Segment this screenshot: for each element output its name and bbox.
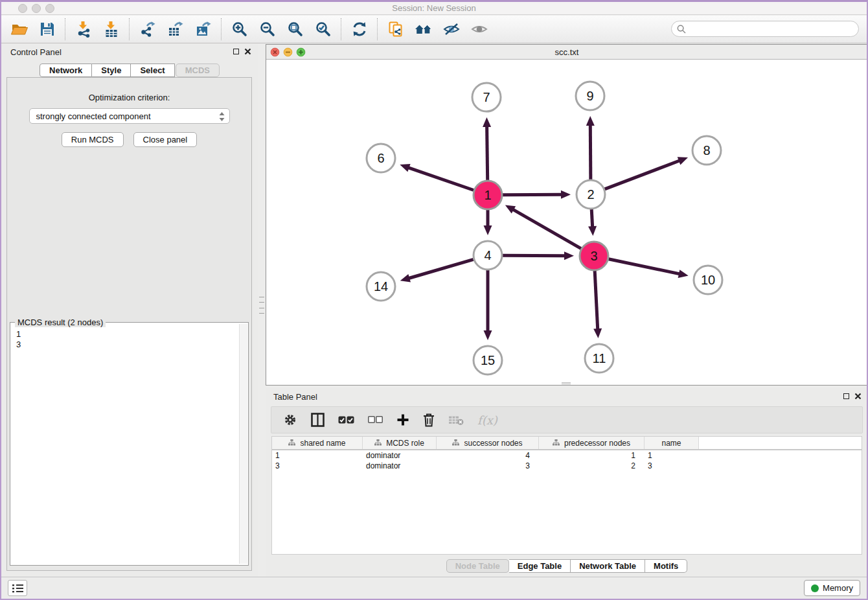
edge-2-3[interactable] bbox=[591, 209, 593, 228]
zoom-out-button[interactable] bbox=[253, 17, 281, 41]
column-header-mcds-role[interactable]: MCDS role bbox=[363, 437, 437, 449]
cell-name[interactable]: 1 bbox=[645, 450, 699, 461]
column-header-successor-nodes[interactable]: successor nodes bbox=[437, 437, 539, 449]
float-panel-icon[interactable] bbox=[233, 49, 239, 54]
column-label: MCDS role bbox=[386, 439, 424, 448]
zoom-selected-button[interactable] bbox=[309, 17, 337, 41]
maximize-window-button[interactable] bbox=[45, 4, 54, 13]
tab-node-table[interactable]: Node Table bbox=[446, 559, 509, 573]
close-panel-icon[interactable] bbox=[244, 48, 251, 55]
table-panel-tabs: Node TableEdge TableNetwork TableMotifs bbox=[266, 559, 868, 573]
edge-arrowhead bbox=[588, 226, 597, 236]
settings-gear-icon bbox=[283, 413, 297, 427]
cell-successor-nodes[interactable]: 3 bbox=[437, 461, 539, 471]
edge-2-8[interactable] bbox=[605, 160, 681, 189]
zoom-selected-icon bbox=[315, 21, 332, 38]
edge-arrowhead bbox=[586, 116, 595, 126]
zoom-fit-icon bbox=[287, 21, 304, 38]
result-line: 1 bbox=[16, 329, 238, 340]
function-builder-button[interactable]: f(x) bbox=[477, 413, 497, 427]
tab-motifs[interactable]: Motifs bbox=[645, 559, 687, 573]
edge-4-3[interactable] bbox=[503, 255, 566, 256]
network-canvas[interactable]: 7968124314101511 bbox=[266, 60, 867, 385]
export-table-button[interactable] bbox=[161, 17, 189, 41]
settings-gear-button[interactable] bbox=[283, 413, 297, 427]
tab-style[interactable]: Style bbox=[92, 63, 131, 77]
cell-predecessor-nodes[interactable]: 2 bbox=[539, 461, 645, 471]
import-table-button[interactable] bbox=[97, 17, 125, 41]
export-image-button[interactable] bbox=[189, 17, 217, 41]
search-icon bbox=[677, 25, 686, 34]
edge-3-10[interactable] bbox=[609, 259, 681, 274]
toolbar-separator bbox=[377, 18, 378, 40]
optimization-criterion-select[interactable]: strongly connected component bbox=[29, 108, 230, 124]
tab-edge-table[interactable]: Edge Table bbox=[509, 559, 571, 573]
tab-select[interactable]: Select bbox=[131, 63, 174, 77]
task-history-button[interactable] bbox=[8, 580, 27, 596]
delete-table-button[interactable] bbox=[448, 415, 464, 426]
cell-shared-name[interactable]: 1 bbox=[272, 450, 363, 461]
export-network-button[interactable] bbox=[133, 17, 161, 41]
close-table-panel-icon[interactable] bbox=[854, 393, 862, 400]
copy-network-button[interactable] bbox=[382, 17, 409, 41]
zoom-in-button[interactable] bbox=[225, 17, 253, 41]
import-network-button[interactable] bbox=[69, 17, 97, 41]
column-header-shared-name[interactable]: shared name bbox=[272, 437, 363, 449]
close-panel-button[interactable]: Close panel bbox=[133, 132, 198, 147]
edge-2-9[interactable] bbox=[590, 124, 591, 179]
panel-splitter[interactable] bbox=[259, 297, 264, 314]
column-header-name[interactable]: name bbox=[645, 437, 699, 449]
save-session-button[interactable] bbox=[33, 17, 61, 41]
delete-column-button[interactable] bbox=[423, 413, 435, 427]
home-views-button[interactable] bbox=[409, 17, 437, 41]
show-graphics-details-button[interactable] bbox=[465, 17, 493, 41]
tab-network-table[interactable]: Network Table bbox=[571, 559, 645, 573]
cell-name[interactable]: 3 bbox=[645, 461, 699, 471]
table-row[interactable]: 3dominator323 bbox=[272, 461, 862, 471]
cell-successor-nodes[interactable]: 4 bbox=[437, 450, 539, 461]
edge-3-1[interactable] bbox=[512, 209, 581, 248]
save-session-icon bbox=[39, 21, 56, 38]
search-box[interactable] bbox=[671, 21, 859, 37]
zoom-fit-button[interactable] bbox=[281, 17, 309, 41]
open-file-button[interactable] bbox=[5, 17, 33, 41]
cell-mcds-role[interactable]: dominator bbox=[363, 461, 437, 471]
node-label-14: 14 bbox=[374, 279, 388, 294]
export-network-icon bbox=[139, 21, 156, 38]
add-column-button[interactable] bbox=[396, 413, 409, 426]
cell-shared-name[interactable]: 3 bbox=[272, 461, 363, 471]
cell-mcds-role[interactable]: dominator bbox=[363, 450, 437, 461]
hide-graphics-details-button[interactable] bbox=[437, 17, 465, 41]
tab-network[interactable]: Network bbox=[40, 63, 92, 77]
column-display-button[interactable] bbox=[311, 413, 325, 427]
edge-1-2[interactable] bbox=[503, 194, 563, 195]
edge-1-6[interactable] bbox=[407, 167, 474, 190]
mcds-result-text[interactable]: 13 bbox=[12, 324, 238, 564]
result-scrollbar[interactable] bbox=[239, 324, 247, 564]
network-resize-grip[interactable] bbox=[562, 382, 571, 384]
tab-mcds[interactable]: MCDS bbox=[176, 63, 220, 77]
network-graph: 7968124314101511 bbox=[266, 60, 867, 385]
minimize-window-button[interactable] bbox=[32, 4, 41, 13]
select-all-button[interactable] bbox=[338, 415, 354, 424]
close-window-button[interactable] bbox=[18, 4, 27, 13]
table-row[interactable]: 1dominator411 bbox=[272, 450, 862, 461]
edge-1-7[interactable] bbox=[487, 125, 488, 180]
refresh-layout-button[interactable] bbox=[345, 17, 373, 41]
edge-3-11[interactable] bbox=[595, 271, 598, 330]
deselect-all-button[interactable] bbox=[368, 416, 383, 424]
edge-4-14[interactable] bbox=[407, 259, 474, 279]
copy-network-icon bbox=[387, 21, 404, 38]
node-label-7: 7 bbox=[483, 90, 490, 104]
memory-button[interactable]: Memory bbox=[804, 580, 860, 596]
column-tree-icon bbox=[553, 439, 560, 446]
network-window-controls[interactable] bbox=[270, 47, 306, 57]
control-panel: Control Panel NetworkStyleSelectMCDS Opt… bbox=[1, 43, 258, 577]
run-mcds-button[interactable]: Run MCDS bbox=[62, 132, 124, 147]
search-input[interactable] bbox=[689, 24, 858, 34]
float-table-panel-icon[interactable] bbox=[843, 393, 849, 399]
table-panel-title: Table Panel bbox=[273, 392, 317, 402]
cell-predecessor-nodes[interactable]: 1 bbox=[539, 450, 645, 461]
column-header-predecessor-nodes[interactable]: predecessor nodes bbox=[539, 437, 645, 449]
window-controls bbox=[18, 4, 54, 13]
